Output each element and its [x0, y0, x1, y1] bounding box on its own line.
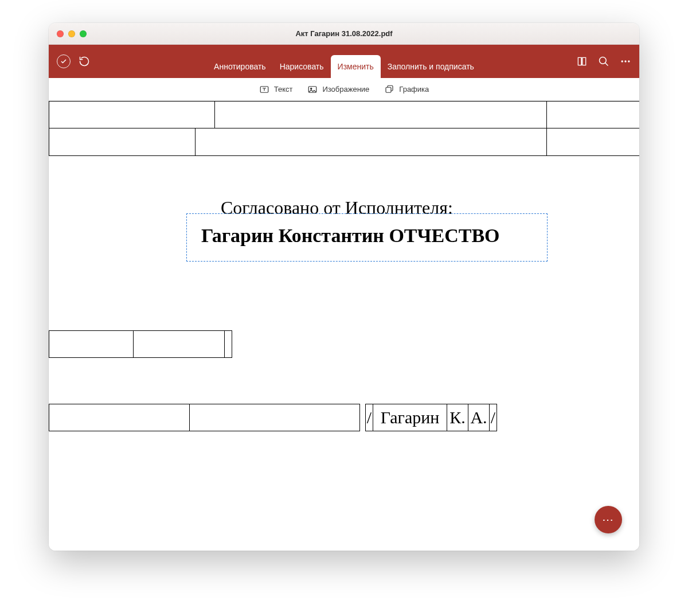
app-window: Акт Гагарин 31.08.2022.pdf Аннотировать … — [49, 23, 639, 551]
signature-surname-cell[interactable]: Гагарин — [373, 404, 447, 431]
insert-graphic-button[interactable]: Графика — [384, 84, 429, 95]
tab-annotate[interactable]: Аннотировать — [207, 55, 273, 78]
main-toolbar: Аннотировать Нарисовать Изменить Заполни… — [49, 45, 639, 78]
table-cell[interactable] — [133, 330, 225, 358]
insert-text-button[interactable]: Текст — [259, 84, 293, 95]
table-cell[interactable] — [546, 128, 639, 156]
table-cell[interactable] — [49, 101, 215, 128]
full-name-text[interactable]: Гагарин Константин ОТЧЕСТВО — [201, 225, 500, 247]
fullscreen-window-button[interactable] — [80, 30, 87, 37]
slash-cell[interactable]: / — [365, 404, 373, 431]
svg-line-1 — [605, 63, 608, 66]
floating-more-button[interactable]: ⋯ — [595, 506, 622, 533]
signature-initial-cell[interactable]: К. — [447, 404, 468, 431]
window-controls — [49, 30, 87, 37]
confirm-button[interactable] — [57, 54, 71, 68]
tab-fill-sign[interactable]: Заполнить и подписать — [381, 55, 481, 78]
insert-text-label: Текст — [274, 85, 293, 93]
table-row — [49, 128, 639, 156]
svg-point-4 — [628, 60, 630, 62]
tab-edit[interactable]: Изменить — [331, 55, 381, 78]
table-cell[interactable] — [49, 330, 134, 358]
table-cell[interactable] — [195, 128, 547, 156]
svg-point-7 — [311, 88, 312, 89]
insert-image-label: Изображение — [322, 85, 369, 93]
slash-cell[interactable]: / — [489, 404, 497, 431]
minimize-window-button[interactable] — [68, 30, 75, 37]
table-cell[interactable] — [189, 404, 360, 431]
tab-draw[interactable]: Нарисовать — [273, 55, 331, 78]
table-cell[interactable] — [214, 101, 547, 128]
insert-graphic-label: Графика — [399, 85, 429, 93]
document-canvas[interactable]: Согласовано от Исполнителя: Гагарин Конс… — [49, 101, 639, 551]
bookmarks-button[interactable] — [576, 56, 588, 67]
svg-point-2 — [621, 60, 623, 62]
mode-tabs: Аннотировать Нарисовать Изменить Заполни… — [49, 45, 639, 78]
svg-rect-8 — [386, 87, 391, 92]
edit-subtoolbar: Текст Изображение Графика — [49, 78, 639, 101]
table-row — [49, 101, 639, 128]
table-cell[interactable] — [224, 330, 232, 358]
signature-initial-cell[interactable]: А. — [468, 404, 490, 431]
undo-button[interactable] — [79, 56, 90, 67]
window-title: Акт Гагарин 31.08.2022.pdf — [49, 29, 639, 38]
svg-point-3 — [624, 60, 626, 62]
close-window-button[interactable] — [57, 30, 64, 37]
titlebar: Акт Гагарин 31.08.2022.pdf — [49, 23, 639, 45]
table-cell[interactable] — [49, 404, 190, 431]
svg-point-0 — [600, 57, 607, 64]
table-cell[interactable] — [49, 128, 196, 156]
more-menu-button[interactable] — [620, 56, 631, 67]
insert-image-button[interactable]: Изображение — [307, 84, 369, 95]
approved-label[interactable]: Согласовано от Исполнителя: — [221, 197, 453, 219]
table-cell[interactable] — [546, 101, 639, 128]
fab-label: ⋯ — [602, 513, 615, 527]
search-button[interactable] — [598, 56, 609, 67]
